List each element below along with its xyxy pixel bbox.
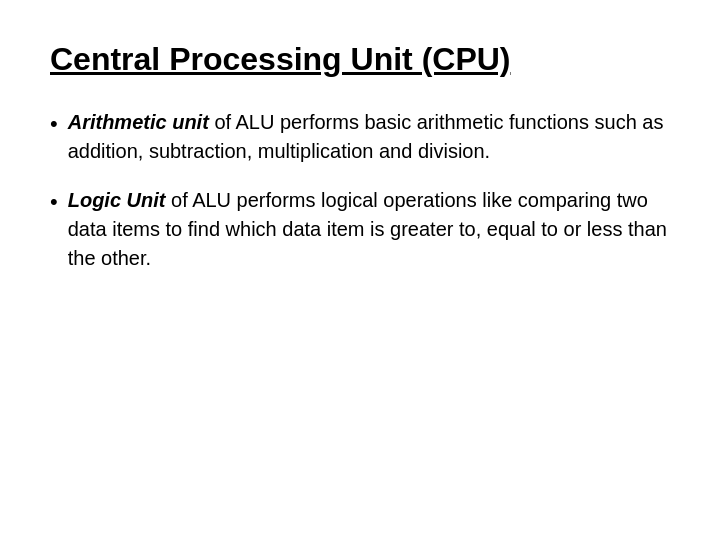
slide-title: Central Processing Unit (CPU) [50, 40, 670, 78]
bullet-item-logic: • Logic Unit of ALU performs logical ope… [50, 186, 670, 273]
bullet-dot-1: • [50, 108, 58, 140]
arithmetic-unit-label: Arithmetic unit [68, 111, 209, 133]
bullet-dot-2: • [50, 186, 58, 218]
slide: Central Processing Unit (CPU) • Arithmet… [0, 0, 720, 540]
bullet-item-arithmetic: • Arithmetic unit of ALU performs basic … [50, 108, 670, 166]
bullet-text-logic: Logic Unit of ALU performs logical opera… [68, 186, 670, 273]
slide-content: • Arithmetic unit of ALU performs basic … [50, 108, 670, 500]
bullet-text-arithmetic: Arithmetic unit of ALU performs basic ar… [68, 108, 670, 166]
logic-unit-label: Logic Unit [68, 189, 166, 211]
